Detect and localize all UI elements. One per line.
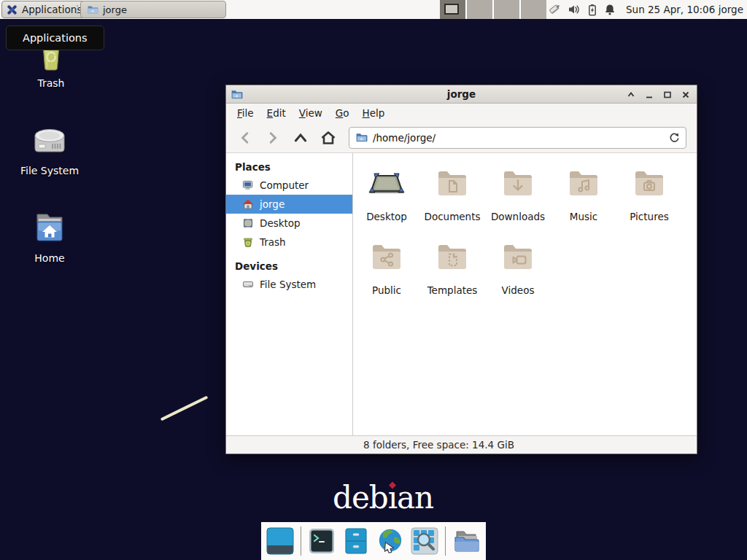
panel-handle[interactable] — [76, 4, 79, 15]
reload-icon[interactable] — [669, 132, 680, 143]
logo-text: deb — [333, 480, 388, 516]
workspace-switcher[interactable] — [440, 0, 546, 19]
downloads-folder-icon — [500, 166, 535, 201]
sidebar-item-jorge[interactable]: jorge — [226, 195, 352, 214]
shade-button[interactable] — [626, 90, 636, 100]
sidebar-places-header: Places — [226, 158, 352, 176]
desktop-icon — [367, 166, 406, 201]
web-browser-icon[interactable] — [376, 527, 404, 555]
sidebar-devices-header: Devices — [226, 252, 352, 275]
dock-separator — [445, 526, 446, 556]
folder-item-public[interactable]: Public — [354, 240, 419, 296]
path-input[interactable]: /home/jorge/ — [373, 132, 664, 144]
file-manager-icon[interactable] — [342, 527, 370, 555]
sidebar-item-trash[interactable]: Trash — [226, 233, 352, 252]
folder-label: Public — [372, 284, 401, 296]
folder-item-downloads[interactable]: Downloads — [485, 166, 551, 222]
taskbar-button-label: jorge — [103, 4, 127, 15]
folder-view[interactable]: Desktop Documents — [353, 153, 697, 435]
path-bar[interactable]: /home/jorge/ — [349, 127, 686, 149]
home-folder-icon — [31, 210, 69, 246]
logo-text: an — [397, 480, 433, 516]
debian-wordmark: debıan — [333, 481, 433, 515]
application-finder-icon[interactable] — [411, 527, 438, 555]
menu-view[interactable]: View — [293, 104, 329, 122]
folder-item-music[interactable]: Music — [551, 166, 616, 222]
up-button[interactable] — [287, 126, 314, 149]
workspace-2[interactable] — [467, 0, 492, 19]
top-panel: Applications jorge — [0, 0, 747, 19]
folder-item-templates[interactable]: Templates — [419, 240, 485, 296]
sidebar-item-computer[interactable]: Computer — [226, 176, 352, 195]
workspace-window-thumb — [444, 4, 459, 15]
maximize-button[interactable] — [662, 90, 673, 100]
back-button[interactable] — [232, 126, 258, 149]
folder-label: Pictures — [630, 211, 668, 222]
sidebar-item-label: Computer — [260, 179, 309, 191]
sidebar-item-label: Trash — [260, 236, 286, 248]
folder-icon — [87, 4, 98, 15]
folder-label: Templates — [427, 284, 478, 296]
menu-go[interactable]: Go — [329, 104, 356, 122]
sidebar-item-file-system[interactable]: File System — [226, 275, 352, 294]
folder-item-desktop[interactable]: Desktop — [354, 166, 419, 222]
notifications-bell-icon[interactable] — [604, 4, 616, 16]
directory-menu-folder-icon[interactable] — [452, 527, 480, 555]
sidebar-item-desktop[interactable]: Desktop — [226, 214, 352, 233]
eraser-icon[interactable] — [548, 3, 562, 17]
folder-item-videos[interactable]: Videos — [485, 240, 551, 296]
computer-icon — [242, 179, 254, 191]
workspace-3[interactable] — [494, 0, 519, 19]
close-button[interactable] — [681, 90, 691, 100]
applications-menu-icon — [6, 4, 18, 16]
titlebar[interactable]: jorge — [226, 85, 697, 104]
workspace-1[interactable] — [440, 0, 465, 19]
sidebar: Places Computer — [226, 153, 353, 435]
desktop-icon-label: File System — [20, 165, 79, 176]
templates-folder-icon — [435, 240, 470, 275]
taskbar-button-jorge[interactable]: jorge — [80, 1, 226, 18]
sidebar-item-label: jorge — [260, 198, 285, 210]
folder-item-documents[interactable]: Documents — [419, 166, 485, 222]
battery-icon[interactable] — [587, 4, 597, 16]
dock-separator — [301, 526, 301, 556]
file-manager-window: jorge File Edit View Go Help — [225, 85, 697, 454]
logo-i-red-dot: ı — [388, 481, 397, 515]
volume-icon[interactable] — [568, 4, 581, 15]
window-folder-icon — [231, 88, 243, 101]
pictures-folder-icon — [632, 166, 667, 201]
menubar: File Edit View Go Help — [226, 104, 697, 122]
menu-help[interactable]: Help — [356, 104, 392, 122]
public-folder-icon — [369, 240, 404, 275]
sidebar-item-label: File System — [260, 279, 316, 290]
minimize-button[interactable] — [644, 90, 654, 100]
folder-label: Downloads — [491, 211, 545, 222]
folder-icon — [355, 131, 368, 144]
hard-drive-icon — [242, 279, 254, 290]
forward-button[interactable] — [260, 126, 286, 149]
hard-drive-icon — [29, 122, 70, 159]
toolbar: /home/jorge/ — [226, 122, 697, 152]
system-tray — [548, 0, 616, 19]
home-button[interactable] — [315, 126, 341, 149]
desktop-icon-label: Home — [34, 252, 64, 264]
menu-file[interactable]: File — [231, 104, 260, 122]
folder-label: Desktop — [366, 211, 407, 222]
trash-icon — [242, 236, 254, 248]
workspace-4[interactable] — [521, 0, 546, 19]
menu-edit[interactable]: Edit — [260, 104, 293, 122]
panel-username[interactable]: jorge — [719, 0, 743, 19]
folder-label: Documents — [425, 211, 481, 222]
panel-clock[interactable]: Sun 25 Apr, 10:06 — [626, 0, 715, 19]
show-desktop-icon[interactable] — [266, 527, 294, 555]
terminal-icon[interactable] — [308, 527, 336, 555]
desktop-icon-file-system[interactable]: File System — [9, 122, 90, 176]
status-text: 8 folders, Free space: 14.4 GiB — [363, 439, 514, 451]
desktop-icon — [242, 217, 254, 229]
desktop-icon-home[interactable]: Home — [9, 210, 90, 264]
desktop-icon-label: Trash — [38, 77, 65, 89]
folder-item-pictures[interactable]: Pictures — [616, 166, 682, 222]
sidebar-item-label: Desktop — [260, 217, 301, 229]
cursor-trail-artifact — [160, 396, 209, 421]
documents-folder-icon — [435, 166, 470, 201]
